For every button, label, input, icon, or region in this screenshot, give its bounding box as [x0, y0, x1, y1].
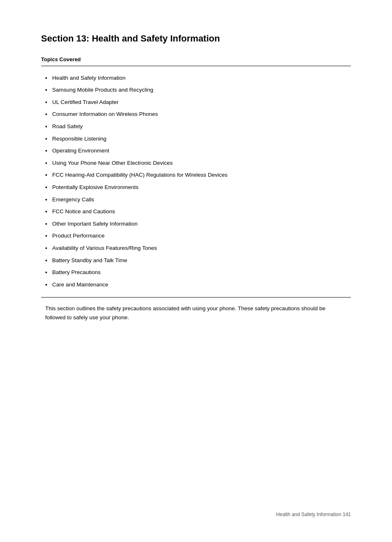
- list-item-text: Consumer Information on Wireless Phones: [52, 111, 158, 118]
- list-item: Care and Maintenance: [45, 281, 351, 289]
- list-item-text: Other Important Safety Information: [52, 220, 138, 228]
- list-item: Consumer Information on Wireless Phones: [45, 111, 351, 119]
- list-item-text: FCC Hearing-Aid Compatibility (HAC) Regu…: [52, 171, 228, 179]
- list-item: Using Your Phone Near Other Electronic D…: [45, 159, 351, 168]
- page-footer: Health and Safety Information 141: [276, 512, 351, 517]
- list-item-text: Responsible Listening: [52, 135, 106, 143]
- list-item: Battery Precautions: [45, 269, 351, 277]
- list-item-text: Samsung Mobile Products and Recycling: [52, 86, 153, 94]
- page-container: Section 13: Health and Safety Informatio…: [0, 0, 392, 355]
- top-divider: [41, 66, 351, 66]
- list-item: Health and Safety Information: [45, 74, 351, 83]
- list-item-text: Care and Maintenance: [52, 281, 108, 289]
- list-item-text: FCC Notice and Cautions: [52, 208, 115, 216]
- list-item: Emergency Calls: [45, 196, 351, 204]
- list-item: Potentially Explosive Environments: [45, 184, 351, 192]
- list-item: Product Performance: [45, 232, 351, 240]
- section-title: Section 13: Health and Safety Informatio…: [41, 33, 351, 45]
- list-item-text: Operating Environment: [52, 147, 109, 155]
- list-item: FCC Hearing-Aid Compatibility (HAC) Regu…: [45, 171, 351, 180]
- list-item: Responsible Listening: [45, 135, 351, 143]
- topics-covered-label: Topics Covered: [41, 56, 351, 62]
- list-item: Samsung Mobile Products and Recycling: [45, 86, 351, 95]
- list-item: FCC Notice and Cautions: [45, 208, 351, 216]
- list-item: UL Certified Travel Adapter: [45, 99, 351, 107]
- topics-list: Health and Safety InformationSamsung Mob…: [45, 74, 351, 289]
- description-box: This section outlines the safety precaut…: [41, 304, 351, 322]
- list-item: Operating Environment: [45, 147, 351, 155]
- list-item: Other Important Safety Information: [45, 220, 351, 228]
- list-item-text: Emergency Calls: [52, 196, 94, 204]
- list-item: Availability of Various Features/Ring To…: [45, 244, 351, 253]
- list-item: Battery Standby and Talk Time: [45, 257, 351, 265]
- list-item-text: Product Performance: [52, 232, 105, 240]
- list-item-text: Health and Safety Information: [52, 74, 126, 82]
- list-item-text: Using Your Phone Near Other Electronic D…: [52, 159, 173, 167]
- list-item-text: Battery Precautions: [52, 269, 101, 277]
- bottom-divider: [41, 297, 351, 298]
- list-item-text: Battery Standby and Talk Time: [52, 257, 127, 265]
- list-item-text: Road Safety: [52, 123, 83, 131]
- list-item: Road Safety: [45, 123, 351, 131]
- list-item-text: Availability of Various Features/Ring To…: [52, 244, 157, 252]
- list-item-text: UL Certified Travel Adapter: [52, 99, 119, 106]
- list-item-text: Potentially Explosive Environments: [52, 184, 138, 191]
